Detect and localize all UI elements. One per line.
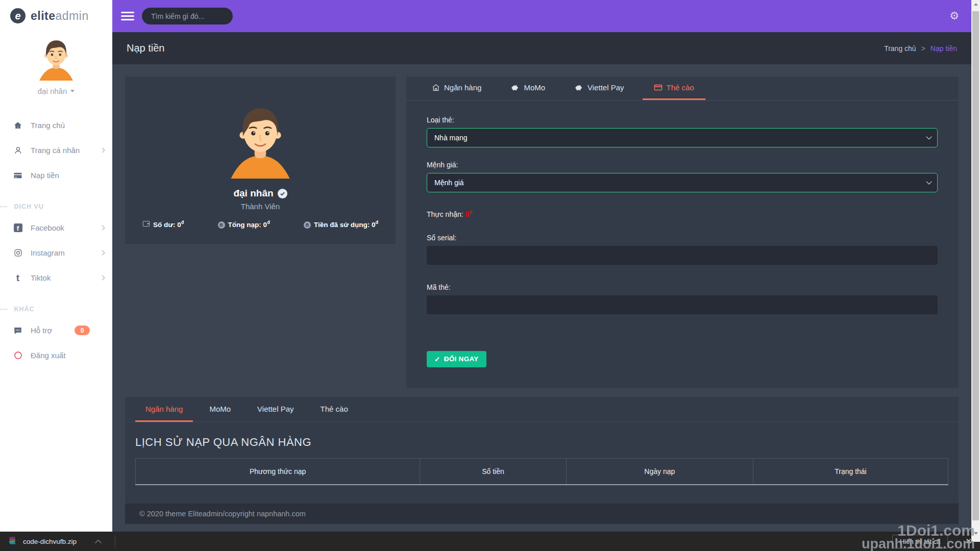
chevron-down-icon [926,179,932,184]
chevron-right-icon [100,226,105,231]
bank-icon [432,84,440,92]
tab-the-cao[interactable]: Thẻ cào [643,77,705,100]
col-so-tien: Số tiền [420,459,567,485]
history-tab-ngan-hang[interactable]: Ngân hàng [135,397,193,422]
breadcrumb-home-link[interactable]: Trang chủ [884,44,916,53]
history-title: LỊCH SỬ NẠP QUA NGÂN HÀNG [135,436,948,449]
download-divider [115,535,115,547]
user-name: đại nhân [38,87,67,95]
scrollbar-down-arrow[interactable] [971,529,980,538]
history-tab-viettel-pay[interactable]: Viettel Pay [247,397,304,422]
piggy-bank-icon [511,83,520,92]
sidebar-section-dich-vu: --- DỊCH VỤ [0,203,112,210]
page-title: Nạp tiền [127,42,165,54]
download-expand-icon[interactable] [95,539,102,546]
chevron-right-icon [100,148,105,153]
breadcrumb-current: Nạp tiền [930,44,957,53]
tab-viettel-pay[interactable]: Viettel Pay [564,77,635,100]
history-tab-momo[interactable]: MoMo [199,397,241,422]
scrollbar-thumb[interactable] [972,11,979,520]
history-table: Phương thức nạp Số tiền Ngày nạp Trạng t… [135,458,948,485]
sidebar-item-dang-xuat[interactable]: Đăng xuất [0,343,112,368]
denomination-label: Mệnh giá: [427,161,938,169]
sidebar-item-ho-tro[interactable]: Hỗ trợ 0 [0,318,112,343]
brand-logo-icon: e [10,8,26,23]
submit-button[interactable]: ✓ ĐỔI NGAY [427,351,486,367]
sidebar-item-instagram[interactable]: Instagram [0,240,112,265]
user-dropdown[interactable]: đại nhân [0,87,112,95]
card-icon [654,84,663,91]
vertical-scrollbar[interactable] [971,0,980,542]
scrollbar-up-arrow[interactable] [971,0,980,9]
coin-icon: B [304,220,311,229]
history-tab-the-cao[interactable]: Thẻ cào [310,397,358,422]
brand-logo[interactable]: e eliteadmin [0,0,112,23]
brand-name: eliteadmin [31,9,89,23]
copyright-text: © 2020 theme Eliteadmin/copyright napnha… [139,510,306,518]
chevron-right-icon [100,251,105,256]
show-all-downloads-button[interactable]: Hiển thị tất cả [892,535,948,548]
sidebar-item-label: Hỗ trợ [31,326,52,335]
browser-download-bar: code-dichvufb.zip Hiển thị tất cả ✕ [0,532,980,551]
profile-stats: Số dư: 0đ B Tổng nạp: 0đ B Tiền đã sử dụ… [125,220,396,229]
topbar: ⚙ [112,0,971,32]
section-label: DỊCH VỤ [14,203,44,210]
download-filename[interactable]: code-dichvufb.zip [23,538,77,545]
logout-icon [12,352,23,359]
sidebar: e eliteadmin đại nhân Trang chủ Trang cá… [0,0,112,551]
sidebar-item-tiktok[interactable]: t Tiktok [0,265,112,290]
stat-tien-da-su-dung: B Tiền đã sử dụng: 0đ [304,220,378,229]
chevron-down-icon [926,134,932,139]
card-code-input[interactable] [427,295,938,314]
main-area: ⚙ Nạp tiền Trang chủ > Nạp tiền đại nhân… [112,0,971,524]
support-count-badge: 0 [75,325,90,335]
brand-name-bold: elite [31,9,56,22]
breadcrumb-separator: > [921,44,925,53]
tab-ngan-hang[interactable]: Ngân hàng [421,77,493,100]
menu-toggle-icon[interactable] [121,10,134,23]
user-icon [12,146,23,155]
card-type-select[interactable]: Nhà mạng [427,128,938,147]
sidebar-item-trang-chu[interactable]: Trang chủ [0,113,112,138]
coin-icon: B [218,220,225,229]
verified-badge-icon [278,189,287,198]
section-dashes: --- [0,306,8,313]
sidebar-nav: Trang chủ Trang cá nhân Nạp tiền --- DỊC… [0,113,112,368]
col-trang-thai: Trạng thái [753,459,948,485]
sidebar-item-trang-ca-nhan[interactable]: Trang cá nhân [0,138,112,163]
sidebar-item-label: Facebook [31,223,64,232]
serial-label: Số serial: [427,234,938,242]
profile-role: Thành Viên [125,202,396,211]
footer: © 2020 theme Eliteadmin/copyright napnha… [125,504,959,524]
sidebar-item-facebook[interactable]: f Facebook [0,215,112,240]
sidebar-item-label: Đăng xuất [31,351,65,360]
caret-down-icon [70,90,75,92]
credit-card-icon [12,171,23,180]
history-card: Ngân hàng MoMo Viettel Pay Thẻ cào LỊCH … [125,397,959,504]
denomination-select[interactable]: Mệnh giá [427,173,938,192]
search-box [142,8,233,24]
serial-input[interactable] [427,246,938,265]
recharge-card: Ngân hàng MoMo Viettel Pay [406,77,959,388]
received-amount: Thực nhận: 0đ [427,210,938,218]
facebook-icon: f [12,223,23,232]
stat-so-du: Số dư: 0đ [142,220,184,229]
search-input[interactable] [151,12,224,20]
recharge-tabs: Ngân hàng MoMo Viettel Pay [406,77,959,101]
sidebar-item-label: Nạp tiền [31,171,59,180]
brand-name-light: admin [56,9,89,22]
tab-momo[interactable]: MoMo [500,77,556,100]
tiktok-icon: t [12,273,23,282]
sidebar-item-label: Trang cá nhân [31,146,80,155]
section-label: KHÁC [14,306,35,313]
sidebar-item-nap-tien[interactable]: Nạp tiền [0,163,112,188]
settings-gear-icon[interactable]: ⚙ [949,11,959,21]
chevron-right-icon [100,276,105,281]
sidebar-avatar [34,37,78,81]
instagram-icon [12,248,23,257]
piggy-bank-icon [575,83,583,92]
page-header: Nạp tiền Trang chủ > Nạp tiền [112,32,971,64]
col-phuong-thuc-nap: Phương thức nạp [136,459,420,485]
card-code-label: Mã thẻ: [427,283,938,291]
chat-bubble-icon [12,326,23,335]
